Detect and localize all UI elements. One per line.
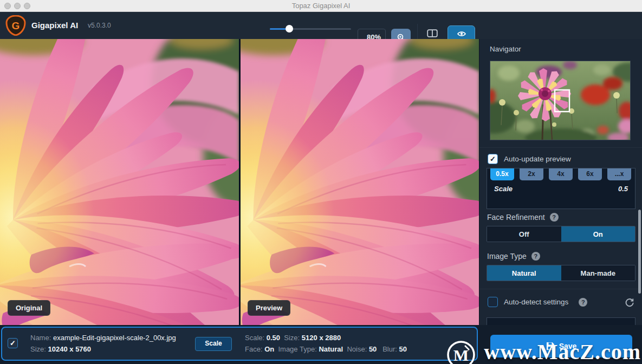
out-scale-value: 0.50 xyxy=(267,334,280,342)
type-natural-option[interactable]: Natural xyxy=(487,265,561,281)
file-name-label: Name: xyxy=(30,334,51,342)
help-icon[interactable]: ? xyxy=(531,252,540,261)
svg-text:M: M xyxy=(453,346,469,364)
out-blur-label: Blur: xyxy=(382,345,397,353)
file-name-line: Name: example-Edit-gigapixel-scale-2_00x… xyxy=(30,334,176,342)
preview-badge: Preview xyxy=(248,300,290,316)
toolbar: G Gigapixel AI v5.0.3.0 80% View xyxy=(0,12,642,39)
app-name: Gigapixel AI xyxy=(31,21,78,30)
help-icon[interactable]: ? xyxy=(579,298,587,307)
scale-value: 0.5 xyxy=(618,185,628,193)
preview-image-panel[interactable]: Preview xyxy=(241,39,479,325)
scale-button-row: 0.5x 2x 4x 6x ...x xyxy=(490,168,631,180)
refresh-icon[interactable] xyxy=(625,298,634,308)
face-on-option[interactable]: On xyxy=(561,226,635,242)
zoom-slider-fill xyxy=(270,28,286,30)
out-blur-value: 50 xyxy=(399,345,407,353)
sidebar-scrollbar[interactable] xyxy=(638,210,641,294)
image-compare-area: Original Preview xyxy=(0,39,479,325)
auto-update-preview-row[interactable]: ✓ Auto-update preview xyxy=(488,154,571,164)
navigator-thumbnail[interactable] xyxy=(490,61,631,140)
help-icon[interactable]: ? xyxy=(550,213,559,222)
scale-button-4x[interactable]: 4x xyxy=(549,168,573,180)
face-refinement-title-row: Face Refinement ? xyxy=(487,213,559,222)
sidebar-separator xyxy=(479,147,642,148)
face-refinement-title: Face Refinement xyxy=(487,213,545,222)
original-badge: Original xyxy=(8,300,50,316)
scale-button-6x[interactable]: 6x xyxy=(578,168,602,180)
auto-detect-row[interactable]: Auto-detect settings ? xyxy=(488,297,587,307)
auto-update-checkbox[interactable]: ✓ xyxy=(488,154,498,164)
zoom-slider[interactable] xyxy=(270,25,351,32)
preview-image xyxy=(241,39,479,325)
app-window: Topaz Gigapixel AI G Gigapixel AI v5.0.3… xyxy=(0,0,642,364)
output-line-2: Face: On Image Type: Natural Noise: 50 B… xyxy=(245,345,407,353)
image-type-segment: Natural Man-made xyxy=(487,265,635,281)
auto-detect-label: Auto-detect settings xyxy=(504,298,568,306)
out-type-value: Natural xyxy=(319,345,343,353)
zoom-slider-knob[interactable] xyxy=(286,25,293,32)
titlebar: Topaz Gigapixel AI xyxy=(0,0,642,12)
scale-button-0-5x[interactable]: 0.5x xyxy=(490,168,514,180)
face-refinement-segment: Off On xyxy=(487,226,635,242)
face-off-option[interactable]: Off xyxy=(487,226,561,242)
file-size-line: Size: 10240 x 5760 xyxy=(30,345,91,353)
out-face-value: On xyxy=(264,345,274,353)
macz-logo-icon: M xyxy=(445,339,477,364)
check-icon: ✓ xyxy=(490,155,496,163)
file-size-label: Size: xyxy=(30,345,46,353)
watermark-text: www.MacZ.com xyxy=(484,341,641,363)
out-face-label: Face: xyxy=(245,345,263,353)
auto-update-label: Auto-update preview xyxy=(504,155,571,163)
file-size-value: 10240 x 5760 xyxy=(48,345,92,353)
scale-settings-panel: 0.5x 2x 4x 6x ...x Scale 0.5 xyxy=(487,168,635,209)
out-size-label: Size: xyxy=(284,334,300,342)
split-view-icon xyxy=(427,29,438,37)
clipped-settings-panel xyxy=(487,317,635,325)
output-line-1: Scale: 0.50 Size: 5120 x 2880 xyxy=(245,334,341,342)
original-image xyxy=(0,39,239,325)
gigapixel-logo-icon: G xyxy=(5,15,26,36)
settings-sidebar: Navigator xyxy=(479,39,642,325)
out-scale-label: Scale: xyxy=(245,334,264,342)
sidebar-separator xyxy=(479,289,642,289)
check-icon: ✓ xyxy=(10,339,16,347)
scale-label: Scale xyxy=(494,185,513,193)
app-version: v5.0.3.0 xyxy=(88,22,111,29)
svg-text:G: G xyxy=(12,20,20,31)
out-size-value: 5120 x 2880 xyxy=(302,334,341,342)
type-manmade-option[interactable]: Man-made xyxy=(561,265,635,281)
scale-button-2x[interactable]: 2x xyxy=(520,168,543,180)
navigator-title: Navigator xyxy=(490,45,521,53)
original-image-panel[interactable]: Original xyxy=(0,39,239,325)
navigator-image xyxy=(490,61,630,140)
auto-detect-checkbox[interactable] xyxy=(488,297,498,307)
out-noise-value: 50 xyxy=(369,345,377,353)
file-checkbox[interactable]: ✓ xyxy=(8,338,18,348)
file-name-value: example-Edit-gigapixel-scale-2_00x.jpg xyxy=(53,334,176,342)
window-title: Topaz Gigapixel AI xyxy=(0,2,642,10)
image-type-title-row: Image Type ? xyxy=(487,252,540,261)
out-noise-label: Noise: xyxy=(347,345,367,353)
eye-icon xyxy=(457,30,466,37)
scale-button-custom[interactable]: ...x xyxy=(607,168,631,180)
file-scale-button[interactable]: Scale xyxy=(195,337,232,351)
out-type-label: Image Type: xyxy=(278,345,316,353)
image-type-title: Image Type xyxy=(487,252,527,261)
file-row[interactable]: ✓ Name: example-Edit-gigapixel-scale-2_0… xyxy=(1,327,478,361)
